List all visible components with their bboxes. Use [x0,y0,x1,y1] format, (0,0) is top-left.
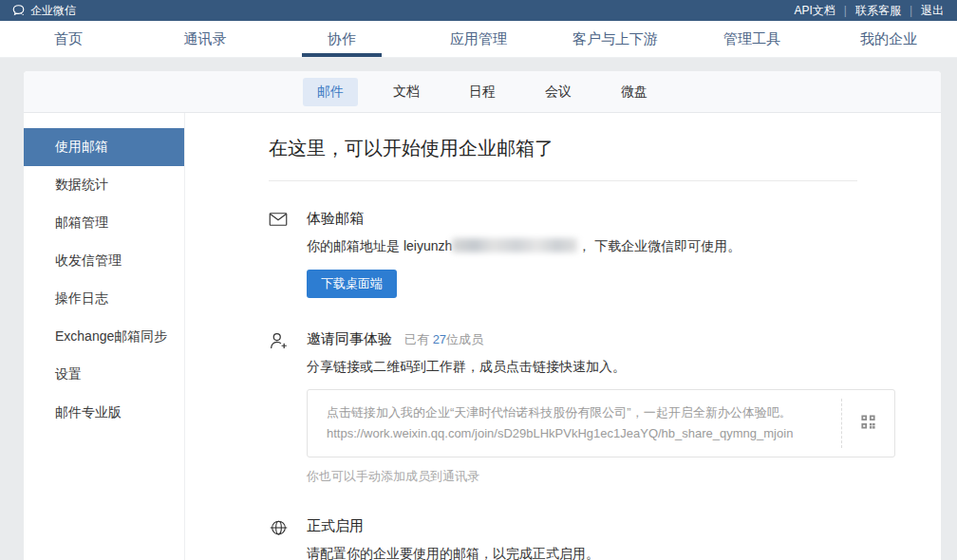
share-link-box: 点击链接加入我的企业“天津时代怡诺科技股份有限公司”，一起开启全新办公体验吧。 … [307,389,895,457]
topbar-links: API文档 | 联系客服 | 退出 [794,3,944,19]
section-invite: 邀请同事体验 已有 27位成员 分享链接或二维码到工作群，成员点击链接快速加入。… [269,330,941,485]
member-count-badge: 已有 27位成员 [404,331,483,348]
trial-desc-after: ， 下载企业微信即可使用。 [577,238,741,253]
invite-title-row: 邀请同事体验 已有 27位成员 [307,330,941,348]
qr-code-button[interactable] [841,390,894,457]
sidebar-item-use-mailbox[interactable]: 使用邮箱 [24,128,184,166]
divider [269,180,857,181]
topbar-separator: | [844,4,847,17]
member-count-prefix: 已有 [404,332,433,346]
sidebar-item-send-receive[interactable]: 收发信管理 [24,242,184,280]
tab-drive[interactable]: 微盘 [607,78,662,106]
nav-item-home[interactable]: 首页 [0,21,137,57]
nav-item-admin-tools[interactable]: 管理工具 [684,21,820,57]
invite-title: 邀请同事体验 [307,330,392,348]
download-desktop-button[interactable]: 下载桌面端 [307,270,397,298]
activate-title: 正式启用 [307,517,941,535]
nav-item-collaboration[interactable]: 协作 [273,21,410,57]
tab-mail[interactable]: 邮件 [303,78,358,106]
sidebar-item-operation-log[interactable]: 操作日志 [24,280,184,318]
section-invite-body: 邀请同事体验 已有 27位成员 分享链接或二维码到工作群，成员点击链接快速加入。… [307,330,941,485]
nav-item-app-management[interactable]: 应用管理 [410,21,547,57]
tab-docs[interactable]: 文档 [379,78,434,106]
member-count-link[interactable]: 27 [433,332,446,346]
collaboration-tabstrip: 邮件 文档 日程 会议 微盘 [24,71,941,113]
redacted-email [452,238,577,252]
sidebar-item-mail-pro[interactable]: 邮件专业版 [24,394,184,432]
app-logo[interactable]: 企业微信 [11,3,76,19]
app-logo-label: 企业微信 [30,3,76,19]
section-activate: 正式启用 请配置你的企业要使用的邮箱，以完成正式启用。 [269,517,941,560]
section-trial-mailbox: 体验邮箱 你的邮箱地址是 leiyunzh， 下载企业微信即可使用。 下载桌面端 [269,210,941,298]
primary-nav: 首页 通讯录 协作 应用管理 客户与上下游 管理工具 我的企业 [0,21,957,58]
sidebar-item-exchange-sync[interactable]: Exchange邮箱同步 [24,318,184,356]
member-count-suffix: 位成员 [446,332,483,346]
topbar-separator: | [910,4,912,17]
card-body: 使用邮箱 数据统计 邮箱管理 收发信管理 操作日志 Exchange邮箱同步 设… [24,113,941,560]
section-trial-body: 体验邮箱 你的邮箱地址是 leiyunzh， 下载企业微信即可使用。 下载桌面端 [307,210,941,298]
tab-meeting[interactable]: 会议 [531,78,586,106]
launch-orbit-icon [269,517,307,560]
share-invite-text: 点击链接加入我的企业“天津时代怡诺科技股份有限公司”，一起开启全新办公体验吧。 [327,402,824,423]
logout-link[interactable]: 退出 [921,3,944,19]
trial-desc: 你的邮箱地址是 leiyunzh， 下载企业微信即可使用。 [307,238,941,255]
envelope-icon [269,210,307,298]
trial-title: 体验邮箱 [307,210,941,228]
section-activate-body: 正式启用 请配置你的企业要使用的邮箱，以完成正式启用。 [307,517,941,560]
share-invite-url: https://work.weixin.qq.com/join/sD29bLHk… [327,423,824,444]
contact-support-link[interactable]: 联系客服 [855,3,901,19]
manual-add-note: 你也可以手动添加成员到通讯录 [307,468,941,485]
sections: 体验邮箱 你的邮箱地址是 leiyunzh， 下载企业微信即可使用。 下载桌面端 [269,210,941,560]
trial-desc-before: 你的邮箱地址是 leiyunzh [307,238,452,253]
activate-desc: 请配置你的企业要使用的邮箱，以完成正式启用。 [307,546,941,560]
sidebar-item-statistics[interactable]: 数据统计 [24,166,184,204]
api-docs-link[interactable]: API文档 [794,3,835,19]
sidebar-item-settings[interactable]: 设置 [24,356,184,394]
share-texts: 点击链接加入我的企业“天津时代怡诺科技股份有限公司”，一起开启全新办公体验吧。 … [308,390,841,457]
wechat-work-logo-icon [11,4,26,17]
invite-desc: 分享链接或二维码到工作群，成员点击链接快速加入。 [307,359,941,376]
main-content: 在这里，可以开始使用企业邮箱了 体验邮箱 你的邮箱地址是 leiyunzh， [185,113,941,560]
tab-schedule[interactable]: 日程 [455,78,510,106]
nav-item-customers[interactable]: 客户与上下游 [547,21,684,57]
nav-item-contacts[interactable]: 通讯录 [137,21,273,57]
topbar: 企业微信 API文档 | 联系客服 | 退出 [0,0,957,21]
sidebar-item-mailbox-management[interactable]: 邮箱管理 [24,204,184,242]
content-card: 邮件 文档 日程 会议 微盘 使用邮箱 数据统计 邮箱管理 收发信管理 操作日志… [24,71,941,560]
nav-item-my-company[interactable]: 我的企业 [820,21,957,57]
add-person-icon [269,330,307,485]
page-title: 在这里，可以开始使用企业邮箱了 [269,136,941,161]
mail-sidebar: 使用邮箱 数据统计 邮箱管理 收发信管理 操作日志 Exchange邮箱同步 设… [24,113,185,560]
qrcode-icon [860,414,876,434]
